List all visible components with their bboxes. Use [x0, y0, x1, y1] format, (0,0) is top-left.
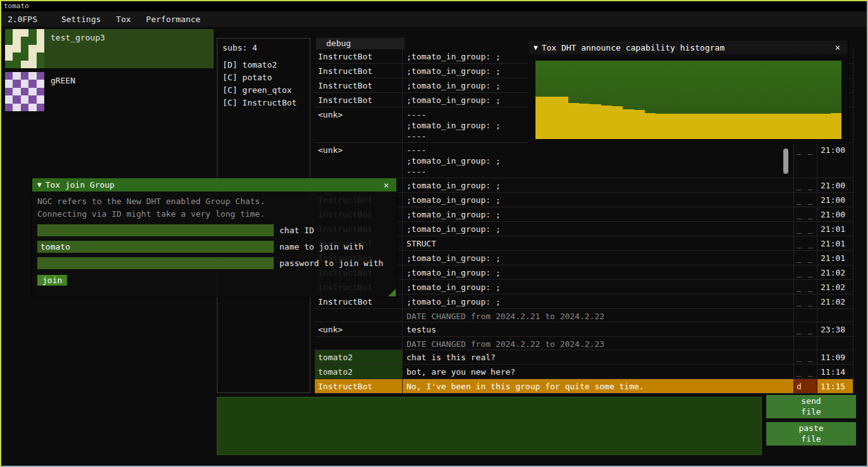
histogram-plot [535, 61, 841, 139]
histogram-bar [666, 114, 677, 139]
chat-row-message: ---- ;tomato_in_group: ; ---- [403, 143, 794, 178]
collapse-arrow-icon[interactable]: ▼ [534, 44, 538, 52]
chat-row-flags: _ _ [794, 265, 817, 279]
subs-header: subs: 4 [223, 43, 305, 52]
close-icon[interactable]: × [833, 42, 843, 52]
histogram-bar [590, 104, 601, 139]
chat-row-time: 11:15 [817, 379, 853, 393]
histogram-bar [579, 104, 590, 139]
send-file-button[interactable]: send file [766, 395, 856, 418]
dht-histogram-title: Tox DHT announce capability histogram [542, 43, 833, 52]
group-name: gREEN [51, 76, 75, 85]
join-name-input[interactable]: tomato [37, 241, 274, 253]
chat-row-flags: _ _ [794, 222, 817, 236]
group-avatar [5, 29, 44, 68]
histogram-bar [612, 106, 623, 139]
chat-row-author [315, 337, 403, 349]
histogram-bar [732, 114, 743, 139]
join-field-row: chat ID [37, 222, 391, 238]
histogram-bar [786, 114, 797, 139]
chat-row-time [817, 309, 853, 322]
group-name: test_group3 [51, 33, 105, 42]
dht-histogram-window: ▼ Tox DHT announce capability histogram … [528, 40, 848, 143]
join-name-label: name to join with [279, 242, 364, 252]
menu-item-tox[interactable]: Tox [109, 15, 138, 24]
group-item-gREEN[interactable]: gREEN [5, 72, 214, 111]
join-password-input[interactable] [37, 257, 274, 269]
chat-row-flags: _ _ [794, 251, 817, 265]
dht-histogram-titlebar[interactable]: ▼ Tox DHT announce capability histogram … [529, 40, 848, 54]
chat-row-author [315, 309, 403, 322]
menu-item-settings[interactable]: Settings [54, 15, 109, 24]
window-title: tomato [4, 2, 29, 10]
chat-row-time: 11:09 [817, 350, 853, 364]
join-button[interactable]: join [37, 275, 67, 286]
chat-row-message: testus [403, 322, 794, 336]
chat-scrollbar-thumb[interactable] [783, 149, 788, 174]
join-group-window: ▼ Tox join Group × NGC refers to the New… [32, 178, 397, 298]
member-item[interactable]: [C] green_qtox [223, 84, 305, 97]
chat-row-author: <unk> [315, 322, 403, 336]
chat-row-author: <unk> [315, 107, 403, 142]
menu-bar: 2.0FPS SettingsToxPerformance [1, 11, 867, 27]
chat-row-author: tomato2 [315, 365, 403, 379]
chat-row-time: 21:00 [817, 207, 853, 221]
chat-row-time: 21:00 [817, 178, 853, 192]
member-item[interactable]: [C] InstructBot [223, 97, 305, 109]
chat-row-message: DATE CHANGED from 2024.2.21 to 2024.2.22 [403, 309, 794, 322]
chat-row-flags: _ _ [794, 322, 817, 336]
histogram-bar [601, 106, 612, 139]
histogram-bar [645, 113, 656, 139]
close-icon[interactable]: × [381, 180, 391, 190]
histogram-bar [721, 114, 732, 139]
chat-row-author: <unk> [315, 143, 403, 178]
group-avatar [5, 72, 44, 111]
paste-file-button[interactable]: paste file [766, 422, 856, 446]
chat-row-flags: _ _ [794, 365, 817, 379]
chat-row-time: 21:02 [817, 280, 853, 294]
chat-row[interactable]: DATE CHANGED from 2024.2.22 to 2024.2.23 [315, 337, 853, 350]
chat-row-message: ;tomato_in_group: ; [403, 265, 794, 279]
chat-row-time: 21:00 [817, 143, 853, 178]
histogram-bar [678, 114, 688, 139]
chat-row-flags: _ _ [794, 236, 817, 250]
resize-grip[interactable] [388, 289, 396, 296]
chat-row[interactable]: tomato2chat is this real?_ _11:09 [315, 350, 853, 365]
chat-row-author: InstructBot [315, 379, 403, 393]
menu-item-performance[interactable]: Performance [138, 15, 208, 24]
chat-row[interactable]: <unk>---- ;tomato_in_group: ; ----_ _21:… [315, 143, 853, 178]
menu-items: SettingsToxPerformance [54, 15, 208, 24]
chat-row-author: InstructBot [315, 93, 403, 107]
join-info-line: Connecting via ID might take a very long… [37, 208, 391, 221]
chat-row-time: 23:38 [817, 322, 853, 336]
chat-row[interactable]: tomato2bot, are you new here?_ _11:14 [315, 365, 853, 379]
collapse-arrow-icon[interactable]: ▼ [37, 181, 42, 189]
join-info-line: NGC refers to the New DHT enabled Group … [37, 195, 391, 208]
member-item[interactable]: [D] tomato2 [223, 59, 305, 71]
join-group-body: NGC refers to the New DHT enabled Group … [32, 191, 396, 289]
chat-row-time: 21:01 [817, 236, 853, 250]
chat-row-flags: d [794, 379, 817, 393]
chat-row-flags: _ _ [794, 294, 817, 308]
join-group-titlebar[interactable]: ▼ Tox join Group × [32, 178, 396, 191]
join-group-title: Tox join Group [46, 180, 381, 190]
group-item-test_group3[interactable]: test_group3 [5, 29, 214, 68]
member-item[interactable]: [C] potato [223, 71, 305, 84]
chat-row[interactable]: InstructBotNo, I've been in this group f… [315, 379, 853, 394]
histogram-bar [535, 97, 546, 139]
message-input[interactable] [217, 397, 762, 455]
chat-id-input[interactable] [37, 224, 274, 236]
chat-row[interactable]: <unk>testus_ _23:38 [315, 322, 853, 337]
tab-debug[interactable]: debug [316, 38, 405, 49]
chat-row[interactable]: DATE CHANGED from 2024.2.21 to 2024.2.22 [315, 309, 853, 322]
chat-id-label: chat ID [279, 226, 314, 235]
join-fields: chat IDtomatoname to join withpassword t… [37, 222, 391, 271]
histogram-bar [798, 114, 809, 139]
chat-row-message: bot, are you new here? [403, 365, 794, 379]
chat-row-flags: _ _ [794, 193, 817, 207]
join-field-row: tomatoname to join with [37, 238, 391, 255]
join-info-text: NGC refers to the New DHT enabled Group … [37, 195, 391, 221]
chat-row-time: 21:01 [817, 222, 853, 236]
join-field-row: password to join with [37, 255, 391, 271]
window-titlebar[interactable]: tomato [1, 1, 867, 11]
